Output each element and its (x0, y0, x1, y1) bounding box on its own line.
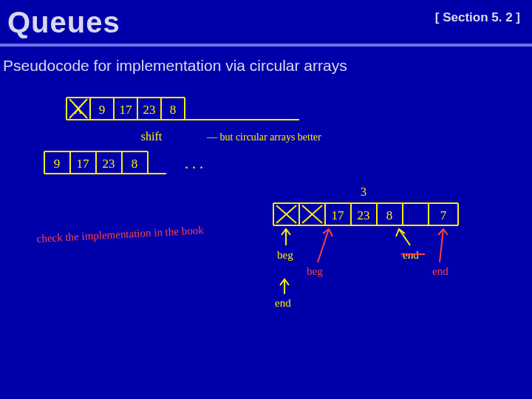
end-label-2: end (432, 265, 449, 277)
subtitle: Pseudocode for implementation via circul… (0, 54, 532, 82)
end-label-3: end (275, 297, 291, 309)
ellipsis: . . . (185, 155, 203, 171)
beg-label: beg (277, 249, 293, 261)
arrows (282, 229, 448, 262)
array-3: 17 23 8 7 3 (273, 185, 458, 225)
beg-label-2: beg (307, 265, 323, 277)
cell-text: 7 (440, 208, 447, 222)
cell-text: 23 (143, 103, 156, 117)
shift-label: shift (141, 130, 163, 143)
svg-line-33 (399, 229, 410, 245)
check-note: check the implementation in the book (36, 224, 204, 245)
svg-line-32 (318, 229, 329, 262)
cell-text: 17 (120, 103, 133, 117)
three-label: 3 (361, 185, 366, 198)
array-1: X 9 17 23 8 (66, 98, 299, 120)
cell-text: 9 (99, 103, 106, 117)
array-2: 9 17 23 8 (44, 151, 166, 174)
section-label: [ Section 5. 2 ] (435, 6, 520, 25)
cell-text: 8 (386, 208, 393, 222)
header: Queues [ Section 5. 2 ] (0, 0, 532, 42)
cell-text: 23 (358, 208, 370, 222)
cell-text: 8 (132, 157, 138, 171)
page-title: Queues (7, 6, 120, 39)
cell-text: 23 (103, 157, 115, 171)
cell-text: 17 (332, 208, 345, 222)
cell-text: 8 (170, 103, 177, 117)
cell-text: 17 (77, 157, 90, 171)
diagram: X 9 17 23 8 shift — but circular arrays … (0, 81, 532, 399)
divider (0, 44, 532, 47)
comment-text: — but circular arrays better (206, 132, 321, 143)
svg-line-34 (440, 229, 443, 262)
cell-text: 9 (54, 157, 61, 171)
